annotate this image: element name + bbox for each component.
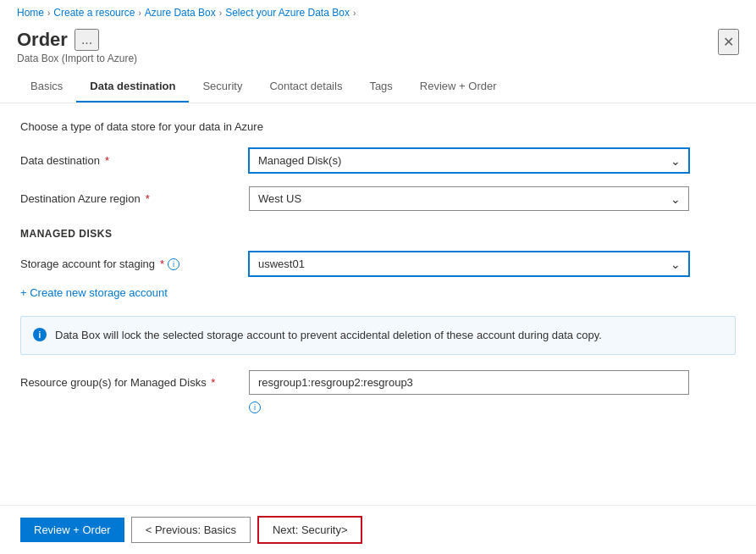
- tab-review-order[interactable]: Review + Order: [406, 71, 510, 102]
- breadcrumb-select-data-box[interactable]: Select your Azure Data Box: [225, 7, 350, 19]
- main-content: Choose a type of data store for your dat…: [0, 103, 756, 505]
- destination-region-select[interactable]: West US East US East US 2 Central US: [249, 186, 689, 211]
- tab-basics[interactable]: Basics: [17, 71, 76, 102]
- breadcrumb-azure-data-box[interactable]: Azure Data Box: [145, 7, 216, 19]
- breadcrumb: Home › Create a resource › Azure Data Bo…: [0, 0, 756, 25]
- page-header: Order ... Data Box (Import to Azure) ✕: [0, 25, 756, 71]
- destination-region-select-wrapper: West US East US East US 2 Central US: [249, 186, 689, 211]
- close-button[interactable]: ✕: [718, 29, 739, 55]
- footer: Review + Order < Previous: Basics Next: …: [0, 505, 756, 554]
- staging-account-row: Storage account for staging * i uswest01…: [20, 252, 736, 276]
- data-destination-row: Data destination * Managed Disk(s) Stora…: [20, 148, 736, 173]
- tab-security[interactable]: Security: [189, 71, 256, 102]
- resource-groups-input-wrapper: [249, 370, 689, 395]
- info-box-text: Data Box will lock the selected storage …: [55, 327, 602, 344]
- resource-groups-input[interactable]: [249, 370, 689, 395]
- section-description: Choose a type of data store for your dat…: [20, 120, 736, 133]
- resource-groups-row: Resource group(s) for Managed Disks *: [20, 370, 736, 395]
- previous-button[interactable]: < Previous: Basics: [131, 517, 251, 543]
- resource-groups-info-icon[interactable]: i: [249, 402, 261, 413]
- breadcrumb-sep-1: ›: [47, 8, 50, 18]
- breadcrumb-sep-3: ›: [219, 8, 222, 18]
- data-destination-select-wrapper: Managed Disk(s) Storage Account: [249, 148, 689, 173]
- tab-data-destination[interactable]: Data destination: [76, 71, 189, 102]
- tab-contact-details[interactable]: Contact details: [256, 71, 356, 102]
- resource-groups-required: *: [211, 376, 215, 389]
- tab-tags[interactable]: Tags: [356, 71, 406, 102]
- more-options-button[interactable]: ...: [74, 29, 99, 51]
- destination-region-row: Destination Azure region * West US East …: [20, 186, 736, 211]
- data-destination-label: Data destination *: [20, 154, 249, 167]
- staging-account-select-wrapper: uswest01 uswest02: [249, 252, 689, 276]
- destination-region-required: *: [146, 192, 150, 205]
- breadcrumb-home[interactable]: Home: [17, 7, 44, 19]
- page-title: Order: [17, 29, 68, 51]
- managed-disks-header: MANAGED DISKS: [20, 228, 736, 240]
- data-destination-required: *: [105, 154, 109, 167]
- breadcrumb-sep-2: ›: [138, 8, 141, 18]
- staging-account-required: *: [160, 258, 164, 270]
- create-storage-account-link[interactable]: + Create new storage account: [20, 286, 736, 299]
- staging-account-info-icon[interactable]: i: [168, 258, 179, 270]
- page-subtitle: Data Box (Import to Azure): [17, 53, 137, 64]
- review-order-button[interactable]: Review + Order: [20, 518, 124, 542]
- breadcrumb-sep-4: ›: [353, 8, 356, 18]
- tabs-nav: Basics Data destination Security Contact…: [0, 71, 756, 103]
- resource-groups-label: Resource group(s) for Managed Disks *: [20, 370, 249, 389]
- data-destination-select[interactable]: Managed Disk(s) Storage Account: [249, 148, 689, 173]
- breadcrumb-create-resource[interactable]: Create a resource: [53, 7, 135, 19]
- info-box: i Data Box will lock the selected storag…: [20, 316, 736, 355]
- destination-region-label: Destination Azure region *: [20, 192, 249, 205]
- staging-account-label: Storage account for staging * i: [20, 258, 249, 270]
- info-box-icon: i: [33, 328, 47, 341]
- staging-account-select[interactable]: uswest01 uswest02: [249, 252, 689, 276]
- next-security-button[interactable]: Next: Security>: [257, 516, 363, 544]
